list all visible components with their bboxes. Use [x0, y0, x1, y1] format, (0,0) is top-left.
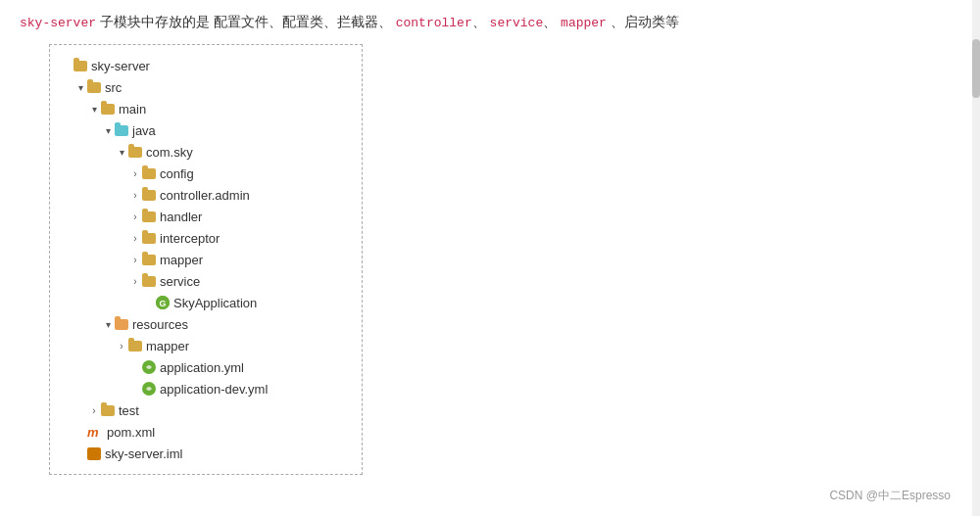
header-code-mapper: mapper — [561, 16, 607, 30]
tree-node-src[interactable]: src — [60, 76, 346, 98]
tree-node-sky-application[interactable]: G SkyApplication — [60, 292, 346, 313]
header-code-prefix: sky-server — [20, 16, 96, 30]
folder-icon-service — [142, 276, 156, 287]
folder-icon-mapper — [142, 255, 156, 265]
tree-node-resources-mapper[interactable]: mapper — [60, 335, 346, 356]
watermark: CSDN @中二Espresso — [829, 488, 951, 504]
tree-node-java[interactable]: java — [60, 119, 346, 141]
tree-node-com-sky[interactable]: com.sky — [60, 141, 346, 163]
folder-icon-com-sky — [128, 147, 142, 158]
tree-node-application-yml[interactable]: application.yml — [60, 356, 346, 378]
arrow-com-sky[interactable] — [115, 147, 128, 158]
folder-icon-src — [87, 82, 101, 93]
folder-icon-interceptor — [142, 233, 156, 244]
folder-icon-sky-server — [74, 61, 87, 71]
tree-node-controller-admin[interactable]: controller.admin — [60, 184, 346, 206]
arrow-test[interactable] — [87, 405, 101, 416]
arrow-mapper[interactable] — [128, 255, 142, 265]
folder-icon-handler — [142, 211, 156, 222]
label-sky-server: sky-server — [91, 59, 150, 73]
folder-icon-test — [101, 405, 115, 416]
label-mapper: mapper — [160, 253, 203, 267]
tree-node-sky-server[interactable]: sky-server — [60, 55, 346, 76]
arrow-interceptor[interactable] — [128, 233, 142, 244]
label-resources: resources — [132, 317, 188, 332]
tree-node-resources[interactable]: resources — [60, 313, 346, 335]
tree-node-main[interactable]: main — [60, 98, 346, 119]
folder-icon-controller-admin — [142, 190, 156, 201]
label-config: config — [160, 166, 194, 181]
arrow-resources[interactable] — [101, 319, 115, 330]
tree-node-config[interactable]: config — [60, 163, 346, 184]
header-code-controller: controller — [396, 16, 472, 30]
label-handler: handler — [160, 210, 202, 224]
file-tree: sky-server src main java com — [49, 44, 363, 475]
label-java: java — [132, 123, 156, 138]
header-text-main: 子模块中存放的是 配置文件、配置类、拦截器、 — [100, 14, 392, 29]
page-container: sky-server 子模块中存放的是 配置文件、配置类、拦截器、 contro… — [0, 0, 980, 516]
label-application-yml: application.yml — [160, 360, 244, 375]
scrollbar[interactable] — [972, 0, 980, 516]
header-text: sky-server 子模块中存放的是 配置文件、配置类、拦截器、 contro… — [20, 10, 960, 34]
spring-icon-sky-application: G — [156, 296, 170, 309]
iml-icon — [87, 447, 101, 460]
arrow-controller-admin[interactable] — [128, 190, 142, 201]
folder-icon-main — [101, 104, 115, 115]
label-resources-mapper: mapper — [146, 339, 189, 353]
arrow-resources-mapper[interactable] — [115, 341, 128, 352]
tree-node-test[interactable]: test — [60, 399, 346, 421]
tree-node-interceptor[interactable]: interceptor — [60, 227, 346, 249]
folder-icon-resources-mapper — [128, 341, 142, 352]
arrow-src[interactable] — [74, 82, 87, 93]
folder-icon-config — [142, 168, 156, 179]
arrow-config[interactable] — [128, 168, 142, 179]
tree-node-pom-xml[interactable]: m pom.xml — [60, 421, 346, 443]
label-service: service — [160, 274, 200, 289]
arrow-service[interactable] — [128, 276, 142, 287]
header-text-suffix: 、启动类等 — [611, 14, 679, 29]
label-sky-server-iml: sky-server.iml — [105, 446, 182, 461]
label-pom-xml: pom.xml — [107, 425, 155, 440]
label-src: src — [105, 80, 122, 95]
tree-node-service[interactable]: service — [60, 270, 346, 292]
yml-icon-application — [142, 360, 156, 374]
label-test: test — [119, 403, 139, 418]
tree-node-handler[interactable]: handler — [60, 206, 346, 227]
tree-node-application-dev-yml[interactable]: application-dev.yml — [60, 378, 346, 399]
tree-node-sky-server-iml[interactable]: sky-server.iml — [60, 443, 346, 464]
label-main: main — [119, 102, 146, 117]
pom-icon: m — [87, 425, 103, 439]
folder-icon-java — [115, 125, 128, 136]
label-controller-admin: controller.admin — [160, 188, 250, 203]
arrow-handler[interactable] — [128, 211, 142, 222]
arrow-main[interactable] — [87, 104, 101, 115]
scrollbar-thumb[interactable] — [972, 39, 980, 98]
label-com-sky: com.sky — [146, 145, 193, 160]
yml-icon-application-dev — [142, 382, 156, 396]
label-sky-application: SkyApplication — [173, 296, 257, 310]
arrow-java[interactable] — [101, 125, 115, 136]
tree-node-mapper[interactable]: mapper — [60, 249, 346, 270]
label-interceptor: interceptor — [160, 231, 220, 246]
label-application-dev-yml: application-dev.yml — [160, 382, 268, 397]
folder-icon-resources — [115, 319, 128, 330]
svg-text:G: G — [160, 299, 167, 308]
header-code-service: service — [490, 16, 544, 30]
